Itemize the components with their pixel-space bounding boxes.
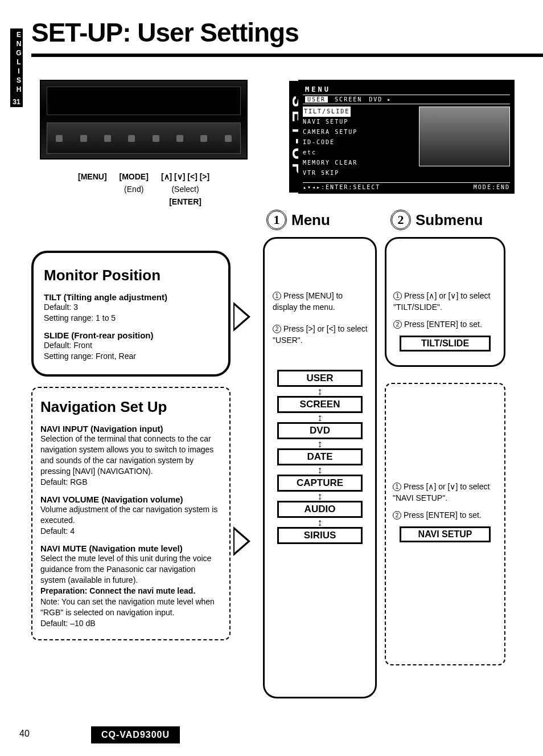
submenu-tilt-box: 1 Press [∧] or [∨] to select "TILT/SLIDE… [385, 237, 505, 367]
menu-step: DVD [277, 422, 363, 439]
menu-item: CAMERA SETUP [303, 127, 414, 137]
pointer-triangle-icon [233, 302, 250, 332]
section-heading: Navigation Set Up [40, 398, 221, 416]
section-heading: Monitor Position [44, 267, 218, 284]
menu-flow-box: 1 Press [MENU] to display the menu. 2 Pr… [263, 237, 377, 698]
submenu-column: 1 Press [∧] or [∨] to select "TILT/SLIDE… [385, 237, 505, 681]
language-page-number: 31 [10, 97, 23, 107]
menu-title: MENU [303, 84, 510, 95]
menu-item: etc [303, 148, 414, 158]
menu-item: MEMORY CLEAR [303, 158, 414, 168]
menu-step: USER [277, 370, 363, 387]
menu-highlight: TILT/SLIDE [303, 107, 351, 117]
menu-item: VTR SKIP [303, 168, 414, 178]
menu-step: SCREEN [277, 396, 363, 413]
title-rule [31, 54, 543, 57]
language-tab: ENGLISH [10, 28, 23, 97]
page-number: 40 [19, 729, 30, 739]
double-arrow-icon: ↕ [270, 467, 369, 473]
step-1-label: 1 Menu [266, 210, 330, 230]
double-arrow-icon: ↕ [270, 414, 369, 421]
menu-tab-selected: USER [305, 96, 328, 103]
settings-column: Monitor Position TILT (Tilting angle adj… [31, 251, 231, 640]
preview-pane [419, 107, 510, 166]
menu-step: CAPTURE [277, 475, 363, 492]
menu-item: ID-CODE [303, 137, 414, 148]
menu-footer-left: ▴▾◂▸:ENTER:SELECT [303, 184, 380, 190]
circled-number-1: 1 [266, 210, 287, 230]
double-arrow-icon: ↕ [270, 388, 369, 395]
submenu-selection: TILT/SLIDE [400, 336, 491, 352]
circled-number-2: 2 [390, 210, 411, 230]
submenu-navi-box: 1 Press [∧] or [∨] to select "NAVI SETUP… [385, 383, 505, 665]
menu-tab: DVD ▸ [369, 96, 392, 103]
page-title: SET-UP: User Settings [31, 17, 299, 48]
double-arrow-icon: ↕ [270, 493, 369, 500]
button-labels: [MENU] [MODE] [∧] [∨] [<] [>] (End) (Sel… [71, 170, 216, 209]
pointer-triangle-icon [233, 526, 250, 556]
navigation-setup-box: Navigation Set Up NAVI INPUT (Navigation… [31, 387, 231, 640]
monitor-position-box: Monitor Position TILT (Tilting angle adj… [31, 251, 231, 377]
menu-step: SIRIUS [277, 527, 363, 544]
double-arrow-icon: ↕ [270, 440, 369, 447]
step-2-label: 2 Submenu [390, 210, 483, 230]
menu-step: AUDIO [277, 501, 363, 518]
double-arrow-icon: ↕ [270, 519, 369, 526]
manual-page: ENGLISH 31 SET-UP: User Settings [MENU] … [0, 0, 543, 756]
menu-step: DATE [277, 448, 363, 465]
menu-screenshot: MENU USER SCREEN DVD ▸ TILT/SLIDE NAVI S… [298, 80, 515, 194]
device-illustration [40, 80, 248, 160]
model-badge: CQ-VAD9300U [91, 726, 180, 743]
submenu-selection: NAVI SETUP [400, 526, 491, 542]
menu-item: NAVI SETUP [303, 117, 414, 127]
menu-footer-right: MODE:END [474, 184, 510, 190]
menu-tab: SCREEN [335, 96, 362, 103]
